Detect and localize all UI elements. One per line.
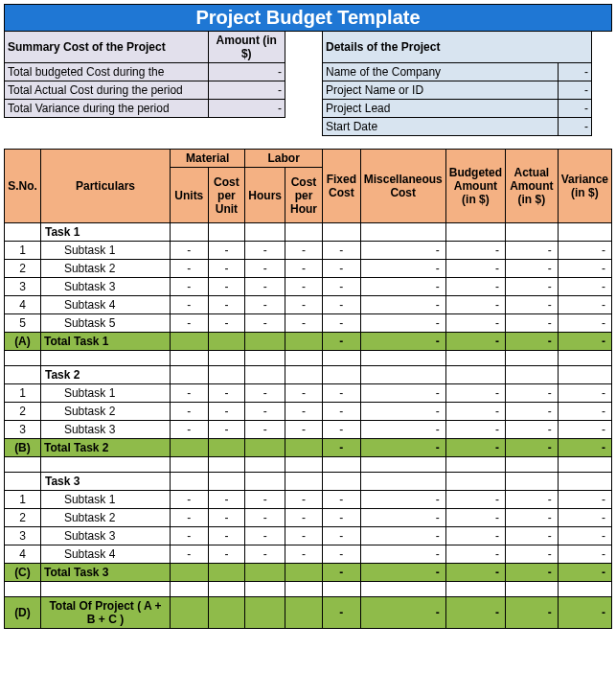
- cell: -: [323, 509, 361, 527]
- task-header-row: Task 3: [5, 473, 612, 491]
- cell: -: [445, 296, 505, 314]
- cell: -: [558, 296, 611, 314]
- cell: -: [360, 260, 445, 278]
- subtask-row: 3Subtask 3---------: [5, 421, 612, 439]
- cell: -: [208, 491, 245, 509]
- cell: -: [558, 314, 611, 333]
- page-title: Project Budget Template: [5, 5, 612, 32]
- cell: -: [245, 491, 285, 509]
- task-name: Task 1: [40, 223, 170, 242]
- cell: -: [360, 333, 445, 351]
- col-units: Units: [171, 168, 208, 223]
- cell: -: [506, 296, 559, 314]
- cell: -: [360, 439, 445, 457]
- sno: 5: [5, 314, 41, 333]
- cell: -: [360, 296, 445, 314]
- cell: -: [558, 439, 611, 457]
- col-sno: S.No.: [5, 150, 41, 223]
- cell: -: [360, 384, 445, 403]
- col-hours: Hours: [245, 168, 285, 223]
- summary-row-label: Total Variance during the period: [5, 100, 209, 118]
- cell: -: [506, 564, 559, 582]
- col-cpu: Cost per Unit: [208, 168, 245, 223]
- cell: -: [360, 278, 445, 296]
- details-row-label: Name of the Company: [323, 63, 559, 81]
- cell: -: [360, 491, 445, 509]
- cell: -: [285, 545, 322, 564]
- subtask-name: Subtask 4: [40, 296, 170, 314]
- cell: -: [285, 491, 322, 509]
- cell: -: [285, 527, 322, 545]
- cell: -: [360, 545, 445, 564]
- task-total-label: Total Task 1: [40, 333, 170, 351]
- cell: -: [285, 260, 322, 278]
- subtask-row: 1Subtask 1---------: [5, 491, 612, 509]
- cell: -: [506, 403, 559, 421]
- cell: -: [445, 545, 505, 564]
- task-header-row: Task 1: [5, 223, 612, 242]
- sno: 1: [5, 242, 41, 260]
- cell: -: [360, 242, 445, 260]
- task-header-row: Task 2: [5, 366, 612, 384]
- summary-header: Summary Cost of the Project: [5, 32, 209, 63]
- blank-row: [5, 582, 612, 597]
- subtask-row: 2Subtask 2---------: [5, 403, 612, 421]
- task-total-label: Total Task 2: [40, 439, 170, 457]
- details-row-label: Project Name or ID: [323, 81, 559, 100]
- cell: -: [445, 564, 505, 582]
- sno: 4: [5, 545, 41, 564]
- cell: -: [245, 278, 285, 296]
- details-row-label: Start Date: [323, 118, 559, 136]
- col-fixed: Fixed Cost: [323, 150, 361, 223]
- cell: -: [506, 260, 559, 278]
- cell: -: [245, 242, 285, 260]
- cell: -: [323, 314, 361, 333]
- budget-table: Project Budget Template Summary Cost of …: [4, 4, 612, 629]
- task-total-row: (B)Total Task 2-----: [5, 439, 612, 457]
- cell: -: [360, 403, 445, 421]
- cell: -: [245, 527, 285, 545]
- cell: -: [171, 242, 208, 260]
- sno: 1: [5, 384, 41, 403]
- subtask-name: Subtask 4: [40, 545, 170, 564]
- cell: -: [208, 296, 245, 314]
- subtask-row: 5Subtask 5---------: [5, 314, 612, 333]
- cell: -: [506, 509, 559, 527]
- col-cph: Cost per Hour: [285, 168, 322, 223]
- task-total-label: Total Task 3: [40, 564, 170, 582]
- task-name: Task 2: [40, 366, 170, 384]
- cell: -: [323, 491, 361, 509]
- cell: -: [506, 278, 559, 296]
- sno: 2: [5, 403, 41, 421]
- blank-row: [5, 351, 612, 366]
- cell: -: [171, 403, 208, 421]
- cell: -: [558, 597, 611, 629]
- cell: -: [285, 296, 322, 314]
- cell: -: [208, 260, 245, 278]
- cell: -: [323, 564, 361, 582]
- cell: -: [245, 296, 285, 314]
- cell: -: [360, 597, 445, 629]
- subtask-name: Subtask 1: [40, 384, 170, 403]
- task-code: (B): [5, 439, 41, 457]
- cell: -: [558, 491, 611, 509]
- col-actual: Actual Amount (in $): [506, 150, 559, 223]
- cell: -: [445, 439, 505, 457]
- details-row-value: -: [558, 100, 591, 118]
- cell: -: [208, 314, 245, 333]
- cell: -: [323, 421, 361, 439]
- cell: -: [285, 314, 322, 333]
- cell: -: [360, 509, 445, 527]
- sno: 3: [5, 527, 41, 545]
- cell: -: [171, 509, 208, 527]
- grand-label: Total Of Project ( A + B + C ): [40, 597, 170, 629]
- cell: -: [445, 509, 505, 527]
- cell: -: [171, 491, 208, 509]
- col-labor: Labor: [245, 150, 323, 168]
- cell: -: [445, 278, 505, 296]
- subtask-name: Subtask 2: [40, 509, 170, 527]
- cell: -: [445, 260, 505, 278]
- cell: -: [208, 421, 245, 439]
- cell: -: [323, 527, 361, 545]
- cell: -: [558, 545, 611, 564]
